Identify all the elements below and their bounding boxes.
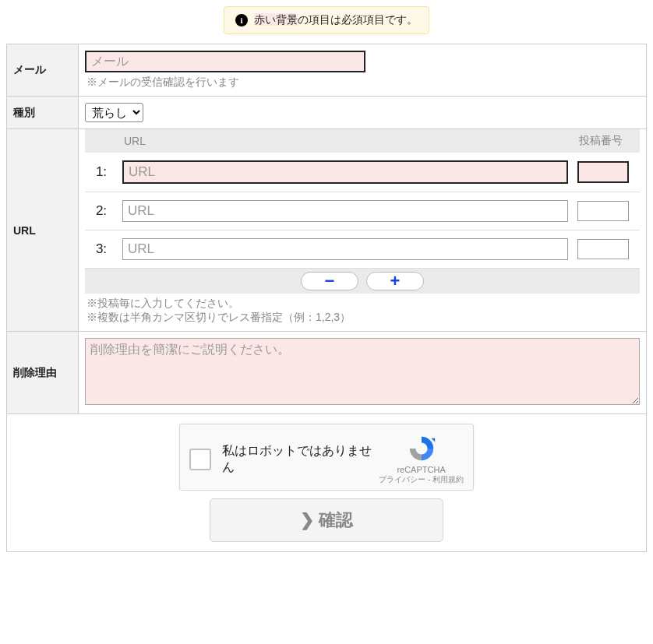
url-row: 3: xyxy=(85,231,640,269)
url-button-row: − + xyxy=(85,269,640,294)
recaptcha-brand: reCAPTCHA xyxy=(379,465,464,474)
label-kind: 種別 xyxy=(7,97,79,129)
url-row: 2: xyxy=(85,192,640,231)
url-row-num: 3: xyxy=(85,231,118,269)
svg-marker-0 xyxy=(431,438,435,442)
url-head-url: URL xyxy=(118,129,573,153)
form-table: メール ※メールの受信確認を行います 種別 荒らし URL xyxy=(6,44,647,552)
recaptcha-links: プライバシー - 利用規約 xyxy=(379,474,464,485)
add-row-button[interactable]: + xyxy=(366,272,424,290)
postno-input-1[interactable] xyxy=(577,161,629,183)
mail-input[interactable] xyxy=(85,51,365,72)
notice-wrap: i 赤い背景の項目は必須項目です。 xyxy=(6,6,647,44)
label-reason: 削除理由 xyxy=(7,332,79,414)
url-input-3[interactable] xyxy=(122,238,568,260)
label-mail: メール xyxy=(7,44,79,97)
recaptcha-icon xyxy=(407,434,436,463)
remove-row-button[interactable]: − xyxy=(301,272,358,290)
confirm-button[interactable]: ❯確認 xyxy=(210,498,443,542)
url-hint-1: ※投稿毎に入力してください。 xyxy=(86,297,638,311)
kind-select[interactable]: 荒らし xyxy=(85,103,143,122)
url-row-num: 2: xyxy=(85,192,118,231)
postno-input-2[interactable] xyxy=(577,201,629,221)
label-url: URL xyxy=(7,129,79,332)
notice-post-fragment: の項目は必須項目です。 xyxy=(298,13,418,26)
url-input-1[interactable] xyxy=(122,160,568,184)
recaptcha-branding: reCAPTCHA プライバシー - 利用規約 xyxy=(379,434,464,485)
notice-text: 赤い背景の項目は必須項目です。 xyxy=(254,13,418,27)
url-row: 1: xyxy=(85,153,640,192)
url-head-postno: 投稿番号 xyxy=(573,129,640,153)
chevron-right-icon: ❯ xyxy=(300,510,314,530)
recaptcha-text: 私はロボットではありません xyxy=(222,443,379,476)
url-hint-2: ※複数は半角カンマ区切りでレス番指定（例：1,2,3） xyxy=(86,311,638,325)
mail-hint: ※メールの受信確認を行います xyxy=(86,76,638,90)
confirm-label: 確認 xyxy=(319,510,353,530)
recaptcha-terms-link[interactable]: 利用規約 xyxy=(432,475,464,484)
required-notice: i 赤い背景の項目は必須項目です。 xyxy=(224,6,429,34)
postno-input-3[interactable] xyxy=(577,239,629,259)
reason-textarea[interactable] xyxy=(85,338,640,405)
recaptcha-box: 私はロボットではありません reCAPTCHA xyxy=(179,424,474,491)
url-input-2[interactable] xyxy=(122,200,568,222)
url-table: URL 投稿番号 1: 2: xyxy=(85,129,640,294)
recaptcha-privacy-link[interactable]: プライバシー xyxy=(379,475,425,484)
form-page: i 赤い背景の項目は必須項目です。 メール ※メールの受信確認を行います 種別 xyxy=(6,6,647,552)
info-icon: i xyxy=(235,14,248,26)
url-row-num: 1: xyxy=(85,153,118,192)
notice-red-fragment: 赤い背景 xyxy=(254,13,298,26)
recaptcha-checkbox[interactable] xyxy=(189,449,211,470)
